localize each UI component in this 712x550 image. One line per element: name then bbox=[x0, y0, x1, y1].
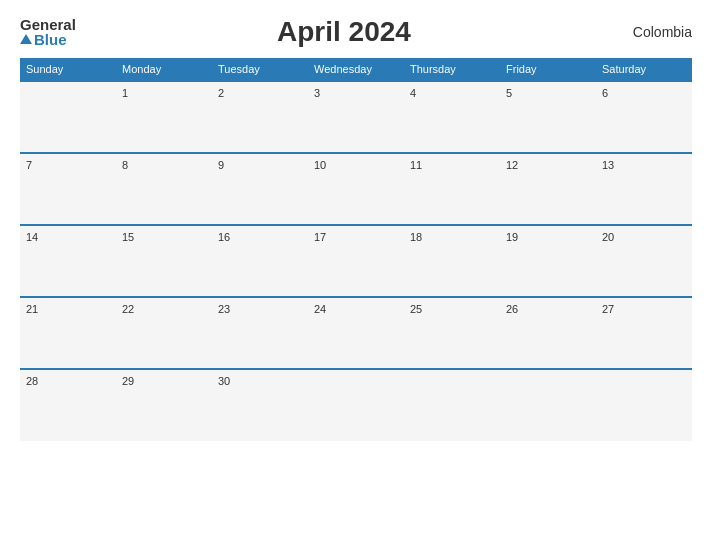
day-cell: 17 bbox=[308, 225, 404, 297]
day-number: 16 bbox=[218, 231, 230, 243]
day-cell: 30 bbox=[212, 369, 308, 441]
day-cell: 9 bbox=[212, 153, 308, 225]
day-number: 25 bbox=[410, 303, 422, 315]
calendar-body: 1234567891011121314151617181920212223242… bbox=[20, 81, 692, 441]
day-cell: 12 bbox=[500, 153, 596, 225]
day-cell: 11 bbox=[404, 153, 500, 225]
day-cell: 15 bbox=[116, 225, 212, 297]
day-cell: 16 bbox=[212, 225, 308, 297]
day-cell: 13 bbox=[596, 153, 692, 225]
day-number: 30 bbox=[218, 375, 230, 387]
day-cell bbox=[308, 369, 404, 441]
logo: General Blue bbox=[20, 17, 76, 47]
day-cell bbox=[500, 369, 596, 441]
day-cell: 7 bbox=[20, 153, 116, 225]
day-number: 6 bbox=[602, 87, 608, 99]
col-wednesday: Wednesday bbox=[308, 58, 404, 81]
days-of-week-row: Sunday Monday Tuesday Wednesday Thursday… bbox=[20, 58, 692, 81]
logo-general-text: General bbox=[20, 17, 76, 32]
logo-triangle-icon bbox=[20, 34, 32, 44]
day-number: 29 bbox=[122, 375, 134, 387]
col-monday: Monday bbox=[116, 58, 212, 81]
day-cell: 19 bbox=[500, 225, 596, 297]
col-friday: Friday bbox=[500, 58, 596, 81]
day-number: 12 bbox=[506, 159, 518, 171]
day-number: 27 bbox=[602, 303, 614, 315]
day-cell: 27 bbox=[596, 297, 692, 369]
day-cell: 28 bbox=[20, 369, 116, 441]
day-cell: 6 bbox=[596, 81, 692, 153]
header: General Blue April 2024 Colombia bbox=[20, 16, 692, 48]
day-number: 14 bbox=[26, 231, 38, 243]
calendar-table: Sunday Monday Tuesday Wednesday Thursday… bbox=[20, 58, 692, 441]
week-row-4: 21222324252627 bbox=[20, 297, 692, 369]
calendar-title: April 2024 bbox=[76, 16, 612, 48]
day-number: 22 bbox=[122, 303, 134, 315]
day-number: 26 bbox=[506, 303, 518, 315]
day-number: 18 bbox=[410, 231, 422, 243]
calendar-header: Sunday Monday Tuesday Wednesday Thursday… bbox=[20, 58, 692, 81]
day-cell: 4 bbox=[404, 81, 500, 153]
day-cell: 24 bbox=[308, 297, 404, 369]
day-cell: 26 bbox=[500, 297, 596, 369]
day-cell bbox=[20, 81, 116, 153]
week-row-2: 78910111213 bbox=[20, 153, 692, 225]
day-number: 28 bbox=[26, 375, 38, 387]
day-number: 20 bbox=[602, 231, 614, 243]
day-cell: 29 bbox=[116, 369, 212, 441]
day-cell: 14 bbox=[20, 225, 116, 297]
day-number: 15 bbox=[122, 231, 134, 243]
week-row-1: 123456 bbox=[20, 81, 692, 153]
col-sunday: Sunday bbox=[20, 58, 116, 81]
day-number: 8 bbox=[122, 159, 128, 171]
day-cell: 22 bbox=[116, 297, 212, 369]
day-number: 2 bbox=[218, 87, 224, 99]
day-cell: 20 bbox=[596, 225, 692, 297]
day-number: 10 bbox=[314, 159, 326, 171]
day-number: 13 bbox=[602, 159, 614, 171]
day-cell: 25 bbox=[404, 297, 500, 369]
day-number: 1 bbox=[122, 87, 128, 99]
day-cell: 23 bbox=[212, 297, 308, 369]
day-cell: 10 bbox=[308, 153, 404, 225]
calendar-page: General Blue April 2024 Colombia Sunday … bbox=[0, 0, 712, 550]
day-number: 7 bbox=[26, 159, 32, 171]
day-cell: 8 bbox=[116, 153, 212, 225]
day-number: 4 bbox=[410, 87, 416, 99]
day-number: 17 bbox=[314, 231, 326, 243]
day-number: 5 bbox=[506, 87, 512, 99]
col-thursday: Thursday bbox=[404, 58, 500, 81]
day-cell bbox=[404, 369, 500, 441]
country-label: Colombia bbox=[612, 24, 692, 40]
day-number: 23 bbox=[218, 303, 230, 315]
day-cell: 18 bbox=[404, 225, 500, 297]
day-number: 24 bbox=[314, 303, 326, 315]
day-cell bbox=[596, 369, 692, 441]
col-tuesday: Tuesday bbox=[212, 58, 308, 81]
day-number: 21 bbox=[26, 303, 38, 315]
week-row-5: 282930 bbox=[20, 369, 692, 441]
day-number: 19 bbox=[506, 231, 518, 243]
day-number: 3 bbox=[314, 87, 320, 99]
day-cell: 1 bbox=[116, 81, 212, 153]
week-row-3: 14151617181920 bbox=[20, 225, 692, 297]
col-saturday: Saturday bbox=[596, 58, 692, 81]
day-cell: 5 bbox=[500, 81, 596, 153]
day-cell: 3 bbox=[308, 81, 404, 153]
day-cell: 2 bbox=[212, 81, 308, 153]
logo-blue-text: Blue bbox=[20, 32, 67, 47]
day-cell: 21 bbox=[20, 297, 116, 369]
day-number: 9 bbox=[218, 159, 224, 171]
day-number: 11 bbox=[410, 159, 422, 171]
